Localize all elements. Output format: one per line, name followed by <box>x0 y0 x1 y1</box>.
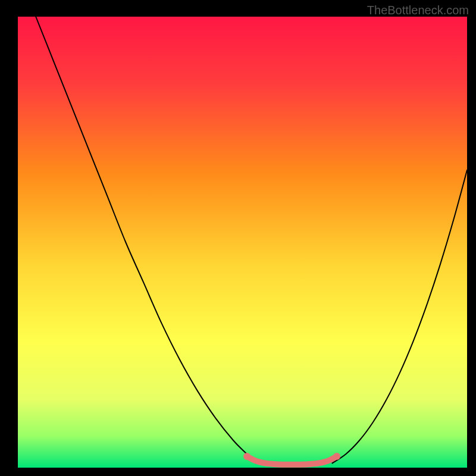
plot-background <box>18 17 467 468</box>
band-endpoint <box>243 453 250 460</box>
chart-container: TheBottleneck.com <box>0 0 476 476</box>
band-endpoint <box>333 453 340 460</box>
bottleneck-chart <box>0 0 476 476</box>
watermark-text: TheBottleneck.com <box>367 4 469 17</box>
